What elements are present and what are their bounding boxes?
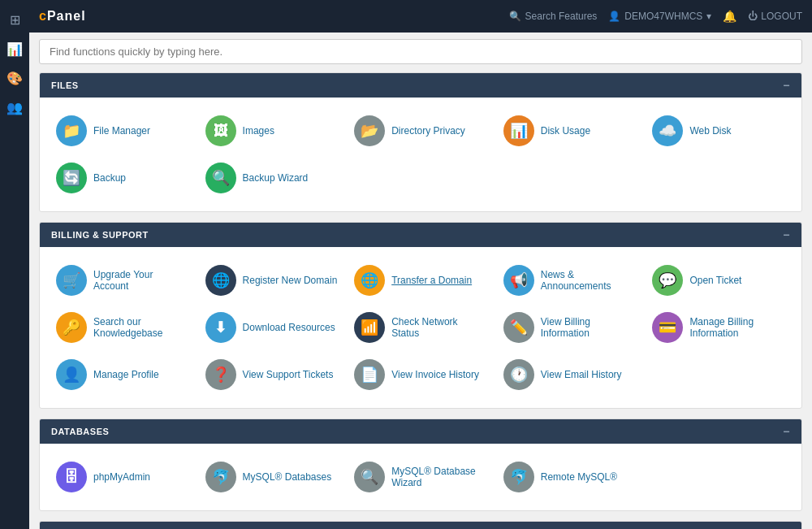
section-body-files: 📁File Manager🖼Images📂Directory Privacy📊D…: [40, 98, 801, 211]
manageprofile-icon: 👤: [56, 359, 87, 390]
filemanager-link[interactable]: File Manager: [93, 125, 150, 137]
section-header-billing: BILLING & SUPPORT−: [40, 223, 801, 247]
images-link[interactable]: Images: [243, 125, 274, 137]
downloadresources-icon: ⬇: [205, 312, 236, 343]
user-icon: 👤: [608, 11, 620, 22]
feature-item-viewemailhistory[interactable]: 🕐View Email History: [495, 353, 645, 397]
section-header-databases: DATABASES−: [40, 419, 801, 444]
remotemysql®-icon: 🐬: [503, 462, 534, 492]
news&announcements-link[interactable]: News & Announcements: [541, 269, 637, 292]
feature-item-viewinvoicehistory[interactable]: 📄View Invoice History: [346, 353, 495, 397]
transferadomain-icon: 🌐: [354, 265, 385, 296]
sidebar-icon-themes[interactable]: 🎨: [3, 67, 26, 89]
user-menu[interactable]: 👤 DEMO47WHMCS ▾: [608, 11, 711, 22]
backup-link[interactable]: Backup: [93, 172, 126, 184]
mysql®databasewizard-link[interactable]: MySQL® Database Wizard: [391, 466, 487, 488]
section-databases: DATABASES−🗄phpMyAdmin🐬MySQL® Databases🔍M…: [39, 418, 802, 511]
mysql®databasewizard-icon: 🔍: [354, 462, 385, 492]
notifications-bell[interactable]: 🔔: [723, 10, 736, 23]
feature-item-checknetworkstatus[interactable]: 📶Check Network Status: [346, 306, 495, 349]
feature-item-images[interactable]: 🖼Images: [197, 109, 347, 153]
remotemysql®-link[interactable]: Remote MySQL®: [541, 471, 617, 483]
section-label-billing: BILLING & SUPPORT: [51, 230, 149, 240]
feature-item-news&announcements[interactable]: 📢News & Announcements: [495, 258, 645, 302]
feature-item-phpmyadmin[interactable]: 🗄phpMyAdmin: [48, 455, 197, 499]
feature-item-transferadomain[interactable]: 🌐Transfer a Domain: [346, 258, 495, 302]
diskusage-icon: 📊: [503, 115, 534, 146]
content: FILES−📁File Manager🖼Images📂Directory Pri…: [29, 33, 812, 529]
search-features-label: Search Features: [525, 11, 598, 22]
feature-item-viewsupporttickets[interactable]: ❓View Support Tickets: [197, 353, 347, 397]
manageprofile-link[interactable]: Manage Profile: [93, 369, 159, 380]
feature-item-openticket[interactable]: 💬Open Ticket: [644, 258, 793, 302]
directoryprivacy-icon: 📂: [354, 115, 385, 146]
directoryprivacy-link[interactable]: Directory Privacy: [391, 125, 465, 137]
feature-item-mysql®databasewizard[interactable]: 🔍MySQL® Database Wizard: [346, 455, 495, 499]
viewinvoicehistory-link[interactable]: View Invoice History: [391, 369, 479, 380]
transferadomain-link[interactable]: Transfer a Domain: [391, 275, 472, 286]
topnav-right: 🔍 Search Features 👤 DEMO47WHMCS ▾ 🔔 ⏻ LO…: [509, 10, 802, 23]
upgradeyouraccount-icon: 🛒: [56, 265, 87, 296]
sidebar-icon-stats[interactable]: 📊: [3, 37, 26, 60]
feature-item-upgradeyouraccount[interactable]: 🛒Upgrade Your Account: [48, 258, 197, 302]
viewinvoicehistory-icon: 📄: [354, 359, 385, 390]
feature-item-searchourknowledgebase[interactable]: 🔑Search our Knowledgebase: [48, 306, 197, 349]
feature-item-registernewdomain[interactable]: 🌐Register New Domain: [197, 258, 347, 302]
managebillinginformation-link[interactable]: Manage Billing Information: [689, 316, 785, 339]
feature-item-viewbillinginformation[interactable]: ✏️View Billing Information: [495, 306, 645, 349]
images-icon: 🖼: [205, 115, 236, 146]
feature-item-mysql®databases[interactable]: 🐬MySQL® Databases: [197, 455, 347, 499]
diskusage-link[interactable]: Disk Usage: [541, 125, 590, 137]
searchourknowledgebase-link[interactable]: Search our Knowledgebase: [93, 316, 189, 339]
registernewdomain-link[interactable]: Register New Domain: [243, 275, 338, 286]
feature-item-diskusage[interactable]: 📊Disk Usage: [495, 109, 645, 153]
section-body-databases: 🗄phpMyAdmin🐬MySQL® Databases🔍MySQL® Data…: [40, 444, 801, 510]
openticket-icon: 💬: [652, 265, 683, 296]
logout-button[interactable]: ⏻ LOGOUT: [748, 11, 802, 22]
viewbillinginformation-link[interactable]: View Billing Information: [541, 316, 637, 339]
section-toggle-files[interactable]: −: [783, 79, 790, 92]
chevron-down-icon: ▾: [706, 11, 711, 22]
mysql®databases-link[interactable]: MySQL® Databases: [243, 471, 332, 483]
main-area: cPanel 🔍 Search Features 👤 DEMO47WHMCS ▾…: [29, 0, 812, 529]
search-input[interactable]: [39, 39, 802, 64]
feature-item-managebillinginformation[interactable]: 💳Manage Billing Information: [644, 306, 793, 349]
webdisk-icon: ☁️: [652, 115, 683, 146]
viewemailhistory-link[interactable]: View Email History: [541, 369, 622, 380]
feature-item-manageprofile[interactable]: 👤Manage Profile: [48, 353, 197, 397]
viewemailhistory-icon: 🕐: [503, 359, 534, 390]
sidebar-icon-users[interactable]: 👥: [3, 96, 26, 119]
feature-item-webdisk[interactable]: ☁️Web Disk: [644, 109, 793, 153]
checknetworkstatus-link[interactable]: Check Network Status: [391, 316, 487, 339]
backupwizard-icon: 🔍: [205, 163, 236, 193]
feature-item-backup[interactable]: 🔄Backup: [48, 156, 197, 200]
feature-item-filemanager[interactable]: 📁File Manager: [48, 109, 197, 153]
mysql®databases-icon: 🐬: [205, 462, 236, 492]
logo: cPanel: [39, 9, 86, 24]
logout-icon: ⏻: [748, 11, 758, 22]
feature-item-remotemysql®[interactable]: 🐬Remote MySQL®: [495, 455, 645, 499]
webdisk-link[interactable]: Web Disk: [689, 125, 731, 137]
openticket-link[interactable]: Open Ticket: [689, 275, 741, 286]
sidebar-icon-grid[interactable]: ⊞: [3, 8, 26, 31]
news&announcements-icon: 📢: [503, 265, 534, 296]
topnav: cPanel 🔍 Search Features 👤 DEMO47WHMCS ▾…: [29, 0, 812, 33]
section-files: FILES−📁File Manager🖼Images📂Directory Pri…: [39, 72, 802, 212]
viewsupporttickets-link[interactable]: View Support Tickets: [243, 369, 334, 380]
filemanager-icon: 📁: [56, 115, 87, 146]
section-label-files: FILES: [51, 80, 79, 90]
phpmyadmin-link[interactable]: phpMyAdmin: [93, 471, 150, 483]
upgradeyouraccount-link[interactable]: Upgrade Your Account: [93, 269, 189, 292]
search-features[interactable]: 🔍 Search Features: [509, 11, 598, 22]
feature-item-backupwizard[interactable]: 🔍Backup Wizard: [197, 156, 347, 200]
feature-item-directoryprivacy[interactable]: 📂Directory Privacy: [346, 109, 495, 153]
backupwizard-link[interactable]: Backup Wizard: [243, 172, 309, 184]
section-body-billing: 🛒Upgrade Your Account🌐Register New Domai…: [40, 247, 801, 408]
section-toggle-billing[interactable]: −: [783, 228, 790, 241]
sections-container: FILES−📁File Manager🖼Images📂Directory Pri…: [39, 72, 802, 529]
section-toggle-databases[interactable]: −: [783, 425, 790, 438]
downloadresources-link[interactable]: Download Resources: [243, 322, 335, 333]
backup-icon: 🔄: [56, 163, 87, 193]
feature-item-downloadresources[interactable]: ⬇Download Resources: [197, 306, 347, 349]
registernewdomain-icon: 🌐: [205, 265, 236, 296]
